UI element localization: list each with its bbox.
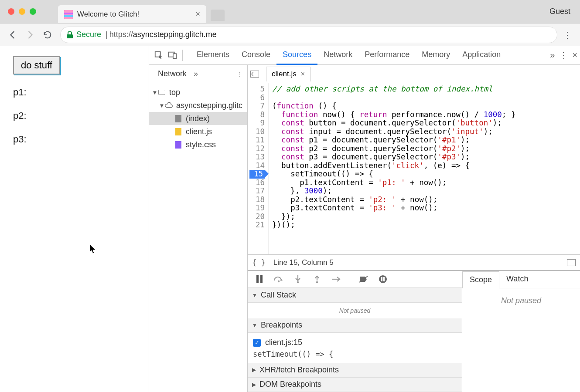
devtools-menu-icon[interactable]: ⋮ [559,50,568,61]
pause-on-exceptions-icon[interactable] [377,274,389,285]
toggle-sidebar-icon[interactable] [567,259,576,266]
file-clientjs[interactable]: client.js [149,125,247,138]
callstack-header[interactable]: ▼Call Stack [248,288,462,302]
browser-menu-icon[interactable]: ⋮ [560,30,575,40]
address-bar[interactable]: Secure | https://asyncstepping.glitch.me [60,27,557,43]
code-line[interactable]: // add other scripts at the bottom of in… [272,85,577,94]
code-line[interactable]: const input = document.querySelector('in… [272,128,577,136]
step-out-icon[interactable] [311,274,323,285]
svg-rect-9 [260,275,263,283]
gutter-line[interactable]: 20 [249,213,265,221]
more-tabs-icon[interactable]: » [550,50,555,60]
url-protocol: https:// [109,30,133,39]
close-file-icon[interactable]: × [301,70,305,78]
code-line[interactable]: }); [272,213,577,221]
dom-breakpoints-header[interactable]: ▶DOM Breakpoints [248,378,462,392]
step-into-icon[interactable] [292,274,304,285]
file-index[interactable]: (index) [149,112,247,125]
lock-icon [67,31,73,38]
devtools-tab-application[interactable]: Application [456,46,507,65]
breakpoint-item[interactable]: ✓client.js:15 [253,336,457,349]
code-line[interactable]: p2.textContent = 'p2: ' + now(); [272,196,577,204]
deactivate-breakpoints-icon[interactable] [358,274,369,285]
maximize-window-icon[interactable] [30,8,36,15]
devtools-tab-performance[interactable]: Performance [358,46,416,65]
gutter-line[interactable]: 21 [249,221,265,230]
devtools-tab-network[interactable]: Network [317,46,358,65]
code-line[interactable]: p1.textContent = 'p1: ' + now(); [272,179,577,187]
gutter-line[interactable]: 8 [249,111,265,119]
close-window-icon[interactable] [8,8,14,15]
breakpoints-label: Breakpoints [261,321,302,330]
pause-icon[interactable] [254,274,265,285]
devtools-tab-elements[interactable]: Elements [191,46,235,65]
tree-root[interactable]: ▼top [149,86,247,99]
tree-domain[interactable]: ▼asyncstepping.glitc [149,99,247,112]
reload-button[interactable] [40,27,55,42]
navigator-menu-icon[interactable]: ⋮ [237,71,243,78]
code-line[interactable] [272,94,577,102]
xhr-breakpoints-header[interactable]: ▶XHR/fetch Breakpoints [248,363,462,377]
gutter-line[interactable]: 10 [249,128,265,136]
navigator-tab-network[interactable]: Network [154,66,191,82]
editor-tab-clientjs[interactable]: client.js × [266,67,310,81]
svg-point-11 [297,281,299,283]
gutter-line[interactable]: 19 [249,204,265,213]
show-navigator-icon[interactable] [250,71,263,78]
device-toolbar-icon[interactable] [166,48,180,62]
devtools-tab-sources[interactable]: Sources [276,46,317,65]
gutter-line[interactable]: 16 [249,179,265,187]
scope-tab-scope[interactable]: Scope [462,271,499,288]
file-stylecss[interactable]: style.css [149,138,247,151]
navigator-more-icon[interactable]: » [194,69,198,78]
browser-tab[interactable]: Welcome to Glitch! × [58,5,206,23]
back-button[interactable] [5,27,20,42]
code-editor[interactable]: 56789101112131415161718192021 // add oth… [248,83,580,254]
code-line[interactable]: const p2 = document.querySelector('#p2')… [272,145,577,153]
code-line[interactable]: })(); [272,221,577,230]
gutter-line[interactable]: 11 [249,136,265,145]
code-line[interactable]: const button = document.querySelector('b… [272,119,577,128]
page-viewport: do stuff p1: p2: p3: [0,46,149,392]
close-devtools-icon[interactable]: × [572,50,577,60]
code-line[interactable]: button.addEventListener('click', (e) => … [272,162,577,170]
file-label: style.css [186,140,216,149]
code-line[interactable]: p3.textContent = 'p3: ' + now(); [272,204,577,213]
new-tab-button[interactable] [211,10,225,21]
code-line[interactable]: }, 3000); [272,187,577,196]
breakpoint-file: client.js:15 [265,338,302,347]
gutter-line[interactable]: 14 [249,162,265,170]
code-line[interactable]: const p1 = document.querySelector('#p1')… [272,136,577,145]
devtools-tab-console[interactable]: Console [235,46,276,65]
code-line[interactable]: function now() { return performance.now(… [272,111,577,119]
inspect-element-icon[interactable] [152,48,166,62]
favicon-icon [64,10,73,19]
format-code-icon[interactable]: { } [252,258,266,267]
close-tab-icon[interactable]: × [195,10,200,19]
do-stuff-button[interactable]: do stuff [13,56,60,74]
minimize-window-icon[interactable] [19,8,25,15]
tree-domain-label: asyncstepping.glitc [176,101,242,110]
gutter-line[interactable]: 6 [249,94,265,102]
p1-label: p1: [13,87,143,98]
breakpoints-header[interactable]: ▼Breakpoints [248,318,462,333]
gutter-line[interactable]: 17 [249,187,265,196]
gutter-line[interactable]: 18 [249,196,265,204]
gutter-line[interactable]: 7 [249,102,265,111]
gutter-line[interactable]: 12 [249,145,265,153]
code-line[interactable]: setTimeout(() => { [272,170,577,179]
step-icon[interactable] [331,274,342,285]
callstack-body: Not paused [248,303,462,318]
code-line[interactable]: (function () { [272,102,577,111]
code-line[interactable]: const p3 = document.querySelector('#p3')… [272,153,577,162]
scope-tab-watch[interactable]: Watch [499,271,535,288]
gutter-line[interactable]: 5 [249,85,265,94]
step-over-icon[interactable] [273,274,284,285]
forward-button[interactable] [23,27,38,42]
profile-label[interactable]: Guest [549,7,577,16]
gutter-line[interactable]: 15 [249,170,265,179]
checkbox-icon[interactable]: ✓ [253,339,261,347]
gutter-line[interactable]: 13 [249,153,265,162]
gutter-line[interactable]: 9 [249,119,265,128]
devtools-tab-memory[interactable]: Memory [416,46,456,65]
